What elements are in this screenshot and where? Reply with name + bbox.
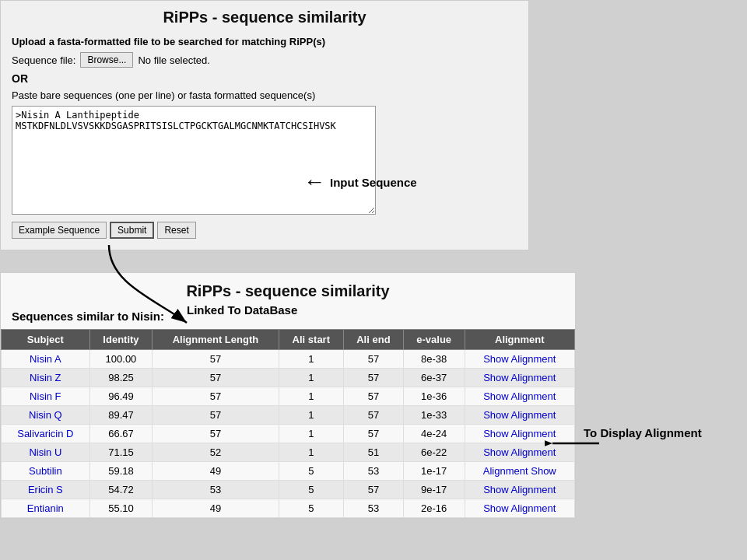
- cell-subject: Salivaricin D: [2, 425, 90, 443]
- cell-subject: Nisin Q: [2, 406, 90, 425]
- show-alignment-link[interactable]: Show Alignment: [483, 390, 556, 402]
- table-row: Ericin S54.72535579e-17Show Alignment: [2, 481, 575, 499]
- cell-evalue: 8e-38: [403, 350, 465, 369]
- bottom-panel: RiPPs - sequence similarity Sequences si…: [0, 272, 576, 519]
- show-alignment-link[interactable]: Show Alignment: [483, 502, 556, 514]
- display-alignment-annotation: To Display Alignment: [584, 426, 702, 439]
- cell-identity: 89.47: [89, 406, 153, 425]
- cell-evalue: 4e-24: [403, 425, 465, 443]
- col-identity: Identity: [89, 330, 153, 350]
- cell-alignment: Show Alignment: [465, 425, 574, 443]
- cell-identity: 71.15: [89, 443, 153, 462]
- cell-subject: Nisin Z: [2, 369, 90, 387]
- cell-evalue: 9e-17: [403, 481, 465, 499]
- cell-evalue: 6e-22: [403, 443, 465, 462]
- cell-aliStart: 5: [279, 499, 343, 518]
- cell-subject: Ericin S: [2, 481, 90, 499]
- cell-aliEnd: 57: [343, 350, 403, 369]
- show-alignment-link[interactable]: Alignment Show: [483, 465, 556, 477]
- subject-link[interactable]: Subtilin: [29, 465, 62, 477]
- input-sequence-annotation: ← Input Sequence: [303, 171, 417, 193]
- subject-link[interactable]: Entianin: [27, 502, 64, 514]
- cell-identity: 54.72: [89, 481, 153, 499]
- cell-alignmentLength: 49: [153, 462, 279, 481]
- cell-aliStart: 1: [279, 387, 343, 406]
- input-sequence-label: Input Sequence: [330, 176, 417, 189]
- cell-aliStart: 1: [279, 406, 343, 425]
- cell-aliStart: 1: [279, 443, 343, 462]
- cell-aliStart: 5: [279, 462, 343, 481]
- cell-alignmentLength: 57: [153, 406, 279, 425]
- cell-alignment: Show Alignment: [465, 499, 574, 518]
- cell-alignment: Show Alignment: [465, 369, 574, 387]
- cell-alignmentLength: 57: [153, 369, 279, 387]
- no-file-text: No file selected.: [138, 54, 210, 66]
- cell-alignment: Show Alignment: [465, 350, 574, 369]
- cell-alignmentLength: 57: [153, 387, 279, 406]
- table-row: Nisin U71.15521516e-22Show Alignment: [2, 443, 575, 462]
- cell-identity: 66.67: [89, 425, 153, 443]
- cell-aliEnd: 57: [343, 425, 403, 443]
- cell-alignment: Show Alignment: [465, 443, 574, 462]
- sequences-heading: Sequences similar to Nisin:: [1, 306, 575, 329]
- cell-subject: Subtilin: [2, 462, 90, 481]
- cell-identity: 55.10: [89, 499, 153, 518]
- subject-link[interactable]: Ericin S: [28, 484, 63, 495]
- upload-label: Upload a fasta-formatted file to be sear…: [12, 36, 517, 47]
- cell-alignment: Show Alignment: [465, 481, 574, 499]
- table-row: Nisin A100.00571578e-38Show Alignment: [2, 350, 575, 369]
- cell-aliEnd: 53: [343, 499, 403, 518]
- subject-link[interactable]: Nisin F: [30, 390, 61, 402]
- subject-link[interactable]: Nisin A: [30, 353, 61, 365]
- show-alignment-link[interactable]: Show Alignment: [483, 372, 556, 383]
- cell-subject: Nisin U: [2, 443, 90, 462]
- subject-link[interactable]: Nisin Q: [29, 409, 62, 421]
- table-row: Nisin Z98.25571576e-37Show Alignment: [2, 369, 575, 387]
- table-row: Subtilin59.18495531e-17Alignment Show: [2, 462, 575, 481]
- cell-evalue: 1e-17: [403, 462, 465, 481]
- show-alignment-link[interactable]: Show Alignment: [483, 446, 556, 458]
- table-row: Nisin Q89.47571571e-33Show Alignment: [2, 406, 575, 425]
- subject-link[interactable]: Nisin Z: [30, 372, 61, 383]
- cell-evalue: 1e-36: [403, 387, 465, 406]
- table-row: Entianin55.10495532e-16Show Alignment: [2, 499, 575, 518]
- cell-aliEnd: 57: [343, 387, 403, 406]
- cell-evalue: 2e-16: [403, 499, 465, 518]
- col-evalue: e-value: [403, 330, 465, 350]
- cell-alignment: Show Alignment: [465, 387, 574, 406]
- cell-identity: 98.25: [89, 369, 153, 387]
- cell-aliEnd: 57: [343, 369, 403, 387]
- cell-alignmentLength: 57: [153, 425, 279, 443]
- show-alignment-link[interactable]: Show Alignment: [483, 353, 556, 365]
- browse-button[interactable]: Browse...: [80, 52, 133, 68]
- subject-link[interactable]: Nisin U: [29, 446, 61, 458]
- table-row: Salivaricin D66.67571574e-24Show Alignme…: [2, 425, 575, 443]
- display-alignment-label: To Display Alignment: [584, 426, 702, 439]
- example-sequence-button[interactable]: Example Sequence: [12, 222, 107, 239]
- sequence-file-label: Sequence file:: [12, 54, 75, 66]
- cell-aliEnd: 51: [343, 443, 403, 462]
- table-row: Nisin F96.49571571e-36Show Alignment: [2, 387, 575, 406]
- cell-alignment: Show Alignment: [465, 406, 574, 425]
- cell-evalue: 6e-37: [403, 369, 465, 387]
- col-alignment-length: Alignment Length: [153, 330, 279, 350]
- col-subject: Subject: [2, 330, 90, 350]
- show-alignment-link[interactable]: Show Alignment: [483, 428, 556, 439]
- show-alignment-link[interactable]: Show Alignment: [483, 484, 556, 495]
- show-alignment-link[interactable]: Show Alignment: [483, 409, 556, 421]
- cell-identity: 59.18: [89, 462, 153, 481]
- cell-subject: Nisin F: [2, 387, 90, 406]
- results-table: Subject Identity Alignment Length Ali st…: [1, 329, 575, 518]
- or-text: OR: [12, 72, 517, 85]
- bottom-panel-title: RiPPs - sequence similarity: [1, 273, 575, 306]
- arrow-left-icon: ←: [303, 171, 325, 193]
- reset-button[interactable]: Reset: [157, 222, 195, 239]
- cell-aliEnd: 57: [343, 481, 403, 499]
- col-ali-start: Ali start: [279, 330, 343, 350]
- submit-button[interactable]: Submit: [110, 222, 154, 239]
- subject-link[interactable]: Salivaricin D: [17, 428, 73, 439]
- cell-evalue: 1e-33: [403, 406, 465, 425]
- cell-alignmentLength: 53: [153, 481, 279, 499]
- sequence-textarea[interactable]: >Nisin A Lanthipeptide MSTKDFNLDLVSVSKKD…: [12, 106, 376, 215]
- cell-aliEnd: 53: [343, 462, 403, 481]
